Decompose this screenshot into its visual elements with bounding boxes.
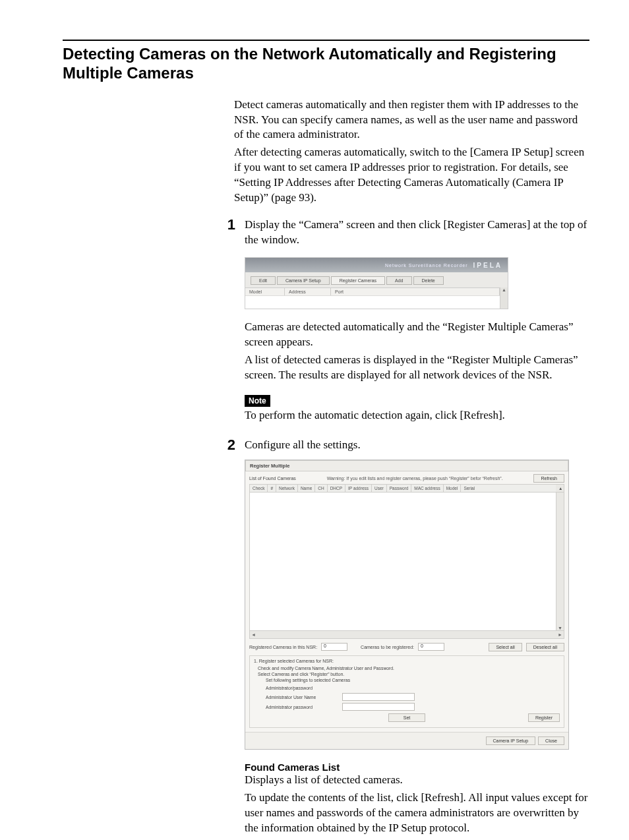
col-address: Address — [285, 288, 331, 295]
fig1-titlebar: Network Surveillance Recorder IPELA — [245, 258, 508, 272]
tab-add[interactable]: Add — [386, 276, 411, 285]
register-button[interactable]: Register — [528, 713, 560, 722]
tab-edit[interactable]: Edit — [251, 276, 276, 285]
note-text: To perform the automatic detection again… — [245, 408, 589, 423]
col-ipaddress: IP address — [345, 485, 372, 492]
step-2-text: Configure all the settings. — [245, 438, 589, 453]
intro-paragraph-2: After detecting cameras automatically, s… — [234, 145, 589, 206]
tab-register-cameras[interactable]: Register Cameras — [331, 276, 385, 285]
register-multiple-dialog: Register Multiple List of Found Cameras … — [245, 460, 569, 750]
step-1-after-2: A list of detected cameras is displayed … — [245, 353, 589, 383]
section-line-3: Set following settings to selected Camer… — [266, 677, 560, 683]
scroll-up-icon[interactable]: ▲ — [556, 485, 564, 492]
col-number: # — [268, 485, 276, 492]
section-register-heading: 1. Register selected Cameras for NSR: — [254, 659, 560, 663]
admin-pass-label: Administrator password — [266, 705, 338, 709]
col-ch: CH — [315, 485, 327, 492]
close-button[interactable]: Close — [538, 736, 564, 745]
intro-paragraph-1: Detect cameras automatically and then re… — [234, 98, 589, 143]
col-check: Check — [250, 485, 268, 492]
scroll-up-icon: ▲ — [502, 287, 506, 292]
scroll-left-icon: ◄ — [251, 632, 256, 637]
section-line-2: Select Cameras and click “Register” butt… — [258, 671, 560, 677]
horizontal-scrollbar[interactable]: ◄ ► — [249, 631, 564, 639]
col-name: Name — [298, 485, 315, 492]
deselect-all-button[interactable]: Deselect all — [526, 643, 564, 651]
fig1-recorder-label: Network Surveillance Recorder — [385, 263, 467, 268]
note-badge: Note — [245, 395, 270, 407]
list-of-found-label: List of Found Cameras — [249, 476, 296, 481]
fig1-brand-logo: IPELA — [473, 262, 502, 269]
registered-label: Registered Cameras in this NSR: — [249, 645, 317, 649]
col-mac: MAC address — [411, 485, 443, 492]
set-button[interactable]: Set — [388, 713, 426, 722]
col-network: Network — [276, 485, 298, 492]
step-1-after-1: Cameras are detected automatically and t… — [245, 320, 589, 350]
col-dhcp: DHCP — [328, 485, 345, 492]
tab-camera-ip-setup[interactable]: Camera IP Setup — [277, 276, 330, 285]
fig1-scrollbar[interactable]: ▲ — [500, 287, 508, 295]
scroll-right-icon: ► — [558, 632, 562, 637]
refresh-button[interactable]: Refresh — [533, 474, 564, 483]
found-cameras-heading: Found Cameras List — [245, 762, 589, 773]
col-model: Model — [245, 288, 285, 295]
camera-ip-setup-button[interactable]: Camera IP Setup — [486, 736, 536, 745]
admin-user-label: Administrator User Name — [266, 695, 338, 700]
found-cameras-p2: To update the contents of the list, clic… — [245, 791, 589, 836]
admin-heading: Administrator/password — [266, 685, 560, 691]
step-1-number: 1 — [224, 218, 235, 232]
step-1-text: Display the “Camera” screen and then cli… — [245, 218, 589, 248]
found-cameras-p1: Displays a list of detected cameras. — [245, 773, 589, 788]
fig1-scrollbar-track[interactable] — [500, 295, 508, 309]
top-rule — [63, 40, 589, 41]
warning-text: Warning: If you edit lists and register … — [327, 476, 503, 481]
dialog-titlebar: Register Multiple — [245, 460, 568, 471]
col-model: Model — [444, 485, 462, 492]
col-serial: Serial — [461, 485, 556, 492]
admin-user-input[interactable] — [342, 693, 415, 701]
select-all-button[interactable]: Select all — [489, 643, 522, 651]
tab-delete[interactable]: Delete — [413, 276, 444, 285]
tobe-count: 0 — [418, 643, 444, 651]
col-password: Password — [387, 485, 412, 492]
vertical-scrollbar[interactable]: ▼ — [556, 493, 564, 630]
page-title: Detecting Cameras on the Network Automat… — [63, 45, 589, 83]
col-user: User — [372, 485, 387, 492]
tobe-label: Cameras to be registered: — [361, 645, 414, 649]
section-line-1: Check and modify Camera Name, Administra… — [258, 665, 560, 671]
admin-pass-input[interactable] — [342, 703, 415, 711]
camera-screen-figure: Network Surveillance Recorder IPELA Edit… — [245, 257, 508, 309]
step-2-number: 2 — [224, 438, 235, 452]
scroll-down-icon: ▼ — [558, 626, 562, 630]
registered-count: 0 — [321, 643, 347, 651]
col-port: Port — [331, 288, 500, 295]
found-cameras-list[interactable]: ▼ — [249, 493, 564, 631]
